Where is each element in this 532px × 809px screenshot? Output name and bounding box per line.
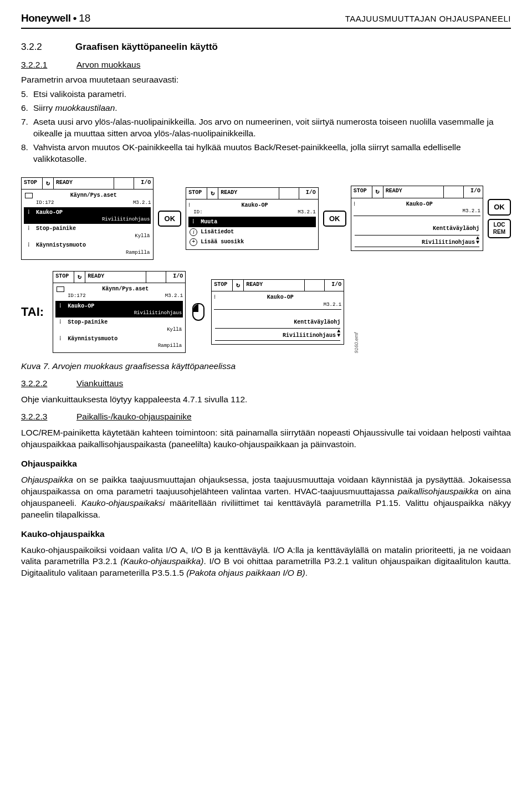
- item-value: Rampilla: [36, 249, 150, 256]
- item-label: Muuta: [201, 218, 314, 226]
- panel-body: Käynn/Pys.aset ID:172M3.2.1 ⁞ Kauko-OPRi…: [22, 190, 153, 259]
- sub3-body: LOC/REM-painiketta käytetään kahteen toi…: [21, 427, 511, 450]
- section-title: Graafisen käyttöpaneelin käyttö: [75, 41, 218, 54]
- panel-header: STOP ↻ READY I/O: [351, 186, 483, 198]
- op-c: paikallisohjauspaikka: [398, 487, 479, 496]
- status-ready: READY: [218, 188, 279, 199]
- step-text: Aseta uusi arvo ylös-/alas-nuolipainikke…: [33, 116, 511, 140]
- rotate-icon: ↻: [233, 280, 244, 291]
- param-icon: ⁞: [25, 209, 33, 223]
- item-value: Rampilla: [68, 342, 182, 349]
- item-label: Riviliitinohjaus: [422, 239, 475, 245]
- step-6: 6.Siirry muokkaustilaan.: [21, 103, 511, 114]
- menu-title-text: Kauko-OP: [193, 202, 315, 209]
- step-num: 6.: [21, 103, 33, 114]
- menu-item[interactable]: Kenttäväyläohj: [214, 318, 341, 327]
- panel-body: ⁞ Kauko-OP M3.2.1 Kenttäväyläohj Rivilii…: [212, 291, 344, 344]
- status-gap: [279, 188, 299, 199]
- id-right: M3.2.1: [133, 199, 151, 206]
- param-icon: ⁞: [190, 218, 197, 226]
- header-section-title: TAAJUUSMUUTTAJAN OHJAUSPANEELI: [345, 13, 511, 24]
- subsection-heading-2: 3.2.2.2 Viankuittaus: [21, 378, 511, 390]
- menu-title: ⁞ Kauko-OP M3.2.1: [214, 293, 341, 310]
- item-label: Riviliitinohjaus: [283, 332, 336, 339]
- item-label: Lisätiedot: [201, 228, 314, 236]
- menu-item-selected[interactable]: ⁞ Kauko-OPRiviliitinohjaus: [55, 301, 183, 318]
- op-e: Kauko-ohjauspaikaksi: [81, 498, 165, 508]
- step-list: 5.Etsi valikoista parametri. 6.Siirry mu…: [21, 89, 511, 165]
- menu-item[interactable]: ⁞ KäynnistysmuotoRampilla: [24, 240, 151, 257]
- menu-item-selected[interactable]: ⁞ Muuta: [188, 217, 315, 227]
- menu-title: Käynn/Pys.aset ID:172M3.2.1: [55, 284, 183, 301]
- item-label: Käynnistysmuoto: [36, 242, 150, 249]
- ok-button[interactable]: OK: [158, 211, 181, 227]
- menu-item[interactable]: Riviliitinohjaus▲▼: [214, 327, 341, 342]
- figure-row-2: TAI: STOP ↻ READY I/O Käynn/Pys.aset ID:…: [88, 271, 511, 354]
- step-6b: muokkaustilaan: [55, 103, 115, 112]
- ok-button[interactable]: OK: [323, 211, 346, 227]
- id-right: M3.2.1: [324, 301, 341, 308]
- lcd-panel-1: STOP ↻ READY I/O Käynn/Pys.aset ID:172M3…: [21, 177, 154, 260]
- status-stop: STOP: [53, 272, 74, 283]
- ko-d: (Pakota ohjaus paikkaan I/O B): [186, 568, 305, 577]
- kauko-body: Kauko-ohjauspaikoiksi voidaan valita I/O…: [21, 545, 511, 580]
- param-icon: ⁞: [214, 294, 216, 301]
- step-8: 8.Vahvista arvon muutos OK-painikkeella …: [21, 142, 511, 165]
- menu-item[interactable]: Kenttäväyläohj: [354, 224, 480, 234]
- subsection-title: Arvon muokkaus: [76, 59, 140, 71]
- status-io: I/O: [134, 178, 153, 189]
- param-icon: ⁞: [25, 225, 33, 239]
- status-ready: READY: [244, 280, 305, 291]
- separator-dot: •: [73, 12, 76, 24]
- menu-item[interactable]: ⁞ Stop-painikeKyllä: [24, 224, 151, 240]
- updown-icon: ▲▼: [476, 236, 479, 245]
- figure-caption: Kuva 7. Arvojen muokkaus graafisessa käy…: [21, 361, 511, 372]
- menu-item-selected[interactable]: ⁞ Kauko-OPRiviliitinohjaus: [24, 208, 151, 224]
- folder-icon: [57, 286, 64, 292]
- item-value: Riviliitinohjaus: [68, 310, 182, 316]
- item-label: Stop-painike: [36, 225, 150, 233]
- step-text: Vahvista arvon muutos OK-painikkeella ta…: [33, 142, 511, 165]
- item-value: Kyllä: [68, 326, 182, 333]
- param-icon: ⁞: [57, 319, 64, 333]
- ok-button[interactable]: OK: [488, 199, 511, 216]
- status-io: I/O: [325, 280, 344, 291]
- loc-label: LOC: [493, 222, 505, 228]
- brand: Honeywell: [21, 12, 70, 24]
- folder-icon: [25, 193, 33, 198]
- status-stop: STOP: [212, 280, 233, 291]
- id-left: ID:172: [36, 199, 54, 206]
- menu-item[interactable]: ⁞ Stop-painikeKyllä: [55, 318, 183, 334]
- status-gap: [305, 280, 325, 291]
- loc-rem-button[interactable]: LOCREM: [488, 219, 511, 238]
- status-gap: [444, 186, 464, 197]
- menu-item[interactable]: Riviliitinohjaus▲▼: [354, 234, 480, 249]
- item-label: Kauko-OP: [68, 303, 182, 310]
- subsection-number: 3.2.2.3: [21, 411, 61, 423]
- button-column: OK LOCREM: [488, 199, 511, 238]
- menu-title: ⁞ Kauko-OP M3.2.1: [354, 199, 480, 217]
- id-right: M3.2.1: [463, 208, 480, 214]
- status-ready: READY: [54, 178, 114, 189]
- rotate-icon: ↻: [207, 188, 218, 199]
- id-left: ID:: [193, 209, 202, 216]
- menu-title-text: Käynn/Pys.aset: [36, 192, 151, 199]
- id-left: ID:172: [68, 293, 85, 299]
- sub2-body: Ohje viankuittauksesta löytyy kappaleest…: [21, 394, 511, 406]
- status-io: I/O: [464, 186, 483, 197]
- section-heading: 3.2.2 Graafisen käyttöpaneelin käyttö: [21, 41, 511, 54]
- panel-header: STOP ↻ READY I/O: [186, 188, 318, 199]
- status-gap: [114, 178, 134, 189]
- rem-label: REM: [493, 229, 505, 235]
- param-icon: ⁞: [188, 202, 190, 209]
- menu-item[interactable]: ⁞ KäynnistysmuotoRampilla: [55, 334, 183, 351]
- ko-b: (Kauko-ohjauspaikka): [120, 556, 203, 566]
- lcd-panel-3: STOP ↻ READY I/O ⁞ Kauko-OP M3.2.1 Kentt…: [351, 186, 483, 251]
- subsection-title: Viankuittaus: [76, 378, 123, 390]
- item-label: Kenttäväyläohj: [215, 319, 340, 326]
- rotate-icon: ↻: [74, 272, 85, 283]
- menu-item[interactable]: + Lisää suosikk: [188, 237, 315, 247]
- menu-item[interactable]: i Lisätiedot: [188, 227, 315, 237]
- subsection-number: 3.2.2.2: [21, 378, 61, 390]
- status-ready: READY: [383, 186, 444, 197]
